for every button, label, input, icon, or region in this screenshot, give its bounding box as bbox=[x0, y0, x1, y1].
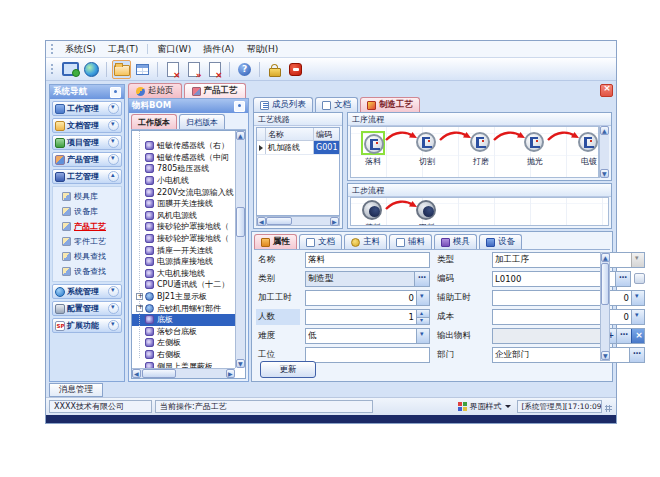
resize-grip[interactable] bbox=[605, 401, 613, 413]
aux-hours-input[interactable] bbox=[493, 291, 631, 305]
tree-item[interactable]: 左侧板 bbox=[132, 337, 235, 349]
name-input[interactable] bbox=[306, 253, 429, 267]
difficulty-dropdown-icon[interactable] bbox=[416, 329, 429, 343]
scroll-down-icon[interactable] bbox=[600, 169, 609, 178]
sidebar-group-system[interactable]: 系统管理 bbox=[52, 284, 122, 299]
scroll-left-icon[interactable] bbox=[132, 369, 141, 378]
tab-main-material[interactable]: 主料 bbox=[344, 234, 387, 249]
chevron-down-icon[interactable] bbox=[108, 286, 119, 297]
sidebar-item-mold-library[interactable]: 模具库 bbox=[53, 190, 121, 203]
sidebar-group-product[interactable]: 产品管理 bbox=[52, 152, 122, 167]
code-browse-button[interactable] bbox=[615, 272, 630, 286]
output-material-input[interactable] bbox=[493, 329, 603, 343]
tree-vertical-scrollbar[interactable] bbox=[235, 131, 245, 368]
tree-item[interactable]: 风机电源线 bbox=[132, 210, 235, 222]
menu-plugins[interactable]: 插件(A) bbox=[197, 42, 240, 57]
difficulty-input[interactable] bbox=[306, 329, 416, 343]
tree-item[interactable]: 插座—开关连线 bbox=[132, 244, 235, 256]
doc-close-button[interactable] bbox=[205, 60, 224, 79]
sidebar-item-mold-search[interactable]: 模具查找 bbox=[53, 250, 121, 263]
sidebar-group-document[interactable]: 文档管理 bbox=[52, 118, 122, 133]
pin-icon[interactable] bbox=[234, 101, 245, 112]
sidebar-item-equipment-library[interactable]: 设备库 bbox=[53, 205, 121, 218]
tab-properties[interactable]: 属性 bbox=[254, 234, 297, 249]
cost-input[interactable] bbox=[493, 310, 631, 324]
tab-working-version[interactable]: 工作版本 bbox=[131, 114, 177, 129]
expand-plus-icon[interactable] bbox=[136, 293, 143, 300]
chevron-down-icon[interactable] bbox=[108, 320, 119, 331]
close-tab-icon[interactable] bbox=[600, 84, 613, 97]
department-browse-button[interactable] bbox=[629, 348, 644, 362]
exit-button[interactable] bbox=[286, 60, 305, 79]
machine-hours-dropdown-icon[interactable] bbox=[416, 291, 429, 305]
category-browse-button[interactable] bbox=[414, 272, 429, 286]
chevron-down-icon[interactable] bbox=[108, 303, 119, 314]
sidebar-group-process[interactable]: 工艺管理 bbox=[52, 169, 122, 184]
scrollbar-thumb[interactable] bbox=[142, 369, 176, 378]
scrollbar-thumb[interactable] bbox=[266, 217, 292, 225]
route-horizontal-scrollbar[interactable] bbox=[256, 216, 340, 226]
sidebar-item-product-process[interactable]: 产品工艺 bbox=[53, 220, 121, 233]
sidebar-group-project[interactable]: 项目管理 bbox=[52, 135, 122, 150]
web-button[interactable] bbox=[82, 60, 101, 79]
menu-system[interactable]: 系统(S) bbox=[59, 42, 102, 57]
sidebar-item-equipment-search[interactable]: 设备查找 bbox=[53, 265, 121, 278]
tree-item-selected[interactable]: 底板 bbox=[132, 314, 235, 326]
people-spinner[interactable] bbox=[416, 310, 429, 324]
expand-plus-icon[interactable] bbox=[136, 305, 143, 312]
scroll-left-icon[interactable] bbox=[257, 217, 266, 226]
connect-button[interactable] bbox=[61, 60, 80, 79]
tab-documents[interactable]: 文档 bbox=[315, 97, 358, 112]
doc-delete-button[interactable] bbox=[163, 60, 182, 79]
tree-item[interactable]: 220V交流电源输入线 bbox=[132, 186, 235, 198]
code-extra-button[interactable] bbox=[634, 273, 645, 284]
tree-item[interactable]: 接砂轮护罩接地线（ bbox=[132, 233, 235, 245]
tab-archived-version[interactable]: 归档版本 bbox=[179, 114, 225, 129]
flow-node[interactable] bbox=[361, 199, 385, 223]
tree-item-expandable[interactable]: 点钞机用螺钉部件 bbox=[132, 302, 235, 314]
scroll-right-icon[interactable] bbox=[226, 369, 235, 378]
column-header-name[interactable]: 名称 bbox=[266, 128, 314, 140]
menu-tools[interactable]: 工具(T) bbox=[102, 42, 145, 57]
tab-aux-material[interactable]: 辅料 bbox=[389, 234, 432, 249]
scrollbar-thumb[interactable] bbox=[601, 263, 609, 305]
route-name-cell[interactable]: 机加路线 bbox=[266, 141, 314, 154]
pin-icon[interactable] bbox=[110, 87, 121, 98]
tree-item[interactable]: CPU通讯线（十二） bbox=[132, 279, 235, 291]
tree-item[interactable]: 侧显上盖屏蔽板 bbox=[132, 360, 235, 368]
tree-item[interactable]: 电源插座接地线 bbox=[132, 256, 235, 268]
report-grid-button[interactable] bbox=[133, 60, 152, 79]
sidebar-group-work[interactable]: 工作管理 bbox=[52, 101, 122, 116]
sidebar-item-part-process[interactable]: 零件工艺 bbox=[53, 235, 121, 248]
menu-window[interactable]: 窗口(W) bbox=[151, 42, 197, 57]
tab-documents[interactable]: 文档 bbox=[299, 234, 342, 249]
tree-item[interactable]: 接砂轮护罩接地线（ bbox=[132, 221, 235, 233]
help-button[interactable] bbox=[235, 60, 254, 79]
doc-refresh-button[interactable] bbox=[184, 60, 203, 79]
tab-manufacturing-process[interactable]: 制造工艺 bbox=[360, 97, 420, 112]
aux-hours-dropdown-icon[interactable] bbox=[631, 291, 644, 305]
message-panel-tab[interactable]: 消息管理 bbox=[49, 383, 103, 397]
flow-node-selected[interactable] bbox=[361, 131, 385, 155]
update-button[interactable]: 更新 bbox=[260, 361, 316, 378]
chevron-down-icon[interactable] bbox=[108, 103, 119, 114]
tree-item[interactable]: 落钞台底板 bbox=[132, 326, 235, 338]
folder-view-button[interactable] bbox=[112, 60, 131, 79]
scrollbar-thumb[interactable] bbox=[236, 207, 245, 237]
tree-item[interactable]: 面膜开关连接线 bbox=[132, 198, 235, 210]
output-material-clear-button[interactable] bbox=[631, 329, 644, 343]
interface-style-button[interactable]: 界面样式 bbox=[455, 400, 514, 413]
tree-item[interactable]: 钮敏传感器线（右） bbox=[132, 140, 235, 152]
tab-mold[interactable]: 模具 bbox=[434, 234, 477, 249]
sidebar-group-extension[interactable]: 扩展功能 bbox=[52, 318, 122, 333]
menu-help[interactable]: 帮助(H) bbox=[240, 42, 284, 57]
scroll-right-icon[interactable] bbox=[330, 217, 339, 226]
route-code-cell[interactable]: G001 bbox=[314, 141, 339, 154]
machine-hours-input[interactable] bbox=[306, 291, 416, 305]
scroll-down-icon[interactable] bbox=[601, 351, 610, 360]
tree-horizontal-scrollbar[interactable] bbox=[132, 368, 235, 378]
process-flow-canvas[interactable]: 落料 切割 打磨 抛光 电镀 bbox=[350, 126, 599, 178]
chevron-down-icon[interactable] bbox=[108, 120, 119, 131]
type-dropdown-icon[interactable] bbox=[631, 253, 644, 267]
scroll-up-icon[interactable] bbox=[601, 253, 610, 262]
